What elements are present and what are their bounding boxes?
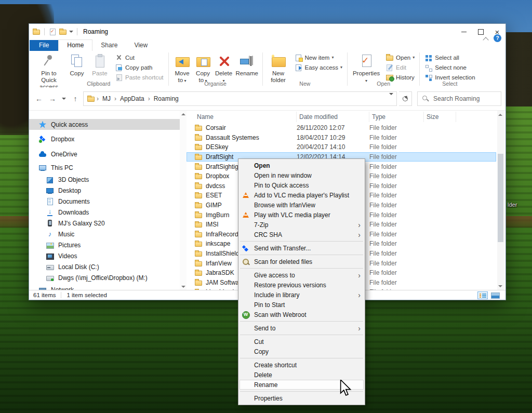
context-menu-item[interactable]: Browse with IrfanView › <box>240 200 364 210</box>
sidebar-item[interactable]: Dropbox <box>29 134 180 144</box>
scroll-down-icon[interactable] <box>498 285 502 287</box>
copy-to-button[interactable]: Copy to <box>193 52 214 84</box>
context-menu-item[interactable]: Pin to Quick access › <box>240 180 364 190</box>
breadcrumb-item[interactable]: Roaming <box>152 95 181 102</box>
file-list-scrollbar[interactable] <box>497 111 504 290</box>
edit-button[interactable]: Edit <box>384 62 416 72</box>
recent-locations-chevron-icon[interactable] <box>60 98 68 100</box>
sidebar-item[interactable]: Pictures <box>29 239 180 250</box>
sidebar-item-label: Dwgs (\\mj_Office\Dropbox) (M:) <box>58 274 148 282</box>
items-count: 61 items <box>33 292 56 298</box>
refresh-button[interactable] <box>399 91 412 106</box>
open-button[interactable]: Open <box>384 52 416 62</box>
desktop-icon-label[interactable]: lder <box>508 202 517 208</box>
sidebar-item[interactable]: 3D Objects <box>29 174 180 185</box>
qat-properties-icon[interactable] <box>48 28 57 36</box>
sidebar-item[interactable]: Music <box>29 229 180 239</box>
scroll-down-icon[interactable] <box>181 286 185 288</box>
sidebar-item[interactable]: Documents <box>29 196 180 207</box>
back-button[interactable]: ← <box>33 95 45 103</box>
context-menu-item[interactable]: Scan with Webroot › <box>240 310 364 319</box>
context-menu-item[interactable]: Add to VLC media player's Playlist › <box>240 190 364 200</box>
file-row[interactable]: DESkey 20/04/2017 14:10 File folder <box>187 142 496 152</box>
sidebar-item[interactable]: Videos <box>29 250 180 261</box>
sidebar-item[interactable]: Desktop <box>29 185 180 196</box>
column-header-size[interactable]: Size <box>424 112 456 122</box>
context-menu-item[interactable]: Pin to Start › <box>240 300 364 310</box>
context-menu-item[interactable]: Play with VLC media player › <box>240 210 364 220</box>
breadcrumb-item[interactable]: AppData <box>118 95 147 102</box>
sidebar-item[interactable]: Local Disk (C:) <box>29 261 180 272</box>
sidebar-item[interactable]: OneDrive <box>29 149 180 159</box>
new-folder-button[interactable]: New folder <box>266 52 291 84</box>
file-name: Dassault Systemes <box>206 134 259 141</box>
file-row[interactable]: Dassault Systemes 18/04/2017 10:29 File … <box>187 133 496 143</box>
context-menu-item[interactable]: Send to › <box>240 323 364 333</box>
forward-button[interactable]: → <box>47 95 58 103</box>
sidebar-item-label: Local Disk (C:) <box>58 263 99 271</box>
properties-button[interactable]: Properties <box>351 52 382 84</box>
copy-button[interactable]: Copy <box>65 52 88 77</box>
context-menu-item[interactable]: Restore previous versions › <box>240 280 364 290</box>
scroll-up-icon[interactable] <box>498 114 502 116</box>
tab-file[interactable]: File <box>30 40 58 51</box>
collapse-ribbon-icon[interactable] <box>484 37 488 40</box>
context-menu-item[interactable]: 7-Zip › <box>240 220 364 230</box>
sidebar-item-label: Quick access <box>51 121 88 128</box>
context-menu-item[interactable]: Include in library › <box>240 290 364 300</box>
scrollbar-thumb[interactable] <box>498 154 503 242</box>
context-menu-item[interactable]: Delete › <box>240 370 364 380</box>
sidebar-scrollbar[interactable] <box>180 111 187 290</box>
details-view-button[interactable] <box>477 291 488 299</box>
column-header-name[interactable]: Name <box>194 112 297 122</box>
context-menu-item[interactable]: Open in new window › <box>240 170 364 180</box>
address-dropdown-chevron-icon[interactable] <box>389 95 393 102</box>
sidebar-item[interactable]: Quick access <box>29 119 180 130</box>
delete-button[interactable]: Delete <box>214 52 234 84</box>
qat-new-folder-icon[interactable] <box>59 28 67 36</box>
sidebar-item[interactable]: This PC <box>29 162 180 173</box>
sidebar-item[interactable]: MJ's Galaxy S20 <box>29 218 180 229</box>
context-menu-item[interactable]: Open › <box>240 161 364 170</box>
sidebar-item[interactable]: Dwgs (\\mj_Office\Dropbox) (M:) <box>29 272 180 283</box>
qat-customize-chevron-icon[interactable] <box>69 31 73 33</box>
select-none-button[interactable]: Select none <box>423 62 476 72</box>
titlebar[interactable]: Roaming × <box>29 24 506 39</box>
help-icon[interactable]: ? <box>494 34 501 42</box>
large-icons-view-button[interactable] <box>490 291 500 299</box>
sidebar-item[interactable]: Downloads <box>29 207 180 218</box>
context-menu-item[interactable]: Create shortcut › <box>240 360 364 370</box>
select-all-button[interactable]: Select all <box>423 52 476 62</box>
tab-share[interactable]: Share <box>92 40 126 51</box>
scroll-up-icon[interactable] <box>181 113 185 115</box>
new-item-button[interactable]: New item <box>293 52 344 62</box>
easy-access-button[interactable]: Easy access <box>293 62 344 72</box>
copy-icon <box>68 53 86 70</box>
paste-button[interactable]: Paste <box>88 52 111 77</box>
minimize-icon <box>461 32 467 32</box>
search-input[interactable]: Search Roaming <box>417 91 501 106</box>
file-type: File folder <box>369 153 424 161</box>
column-header-date-modified[interactable]: Date modified <box>297 112 369 122</box>
rename-button[interactable]: Rename <box>234 52 260 77</box>
minimize-button[interactable] <box>456 24 472 39</box>
tab-home[interactable]: Home <box>58 39 92 51</box>
tab-view[interactable]: View <box>126 40 156 51</box>
context-menu-item[interactable]: Copy › <box>240 347 364 356</box>
move-to-button[interactable]: Move to <box>172 52 193 84</box>
menu-separator <box>240 241 363 242</box>
breadcrumb[interactable]: › MJ › AppData › Roaming <box>83 91 397 106</box>
context-menu-item[interactable]: Send with Transfer... › <box>240 243 364 253</box>
breadcrumb-item[interactable]: MJ <box>100 95 113 102</box>
up-button[interactable]: ↑ <box>70 95 81 103</box>
file-name: ImgBurn <box>206 211 229 219</box>
column-header-type[interactable]: Type <box>369 112 424 122</box>
copy-path-button[interactable]: Copy path <box>113 62 165 72</box>
cut-button[interactable]: Cut <box>113 52 165 62</box>
ribbon-group-clipboard: Pin to Quick access Copy Paste Cut Copy … <box>29 51 168 87</box>
context-menu-item[interactable]: Scan for deleted files › <box>240 257 364 267</box>
context-menu-item[interactable]: Cut › <box>240 337 364 347</box>
context-menu-item[interactable]: Give access to › <box>240 270 364 280</box>
context-menu-item[interactable]: CRC SHA › <box>240 230 364 239</box>
file-row[interactable]: Corsair 26/11/2020 12:07 File folder <box>187 123 496 133</box>
